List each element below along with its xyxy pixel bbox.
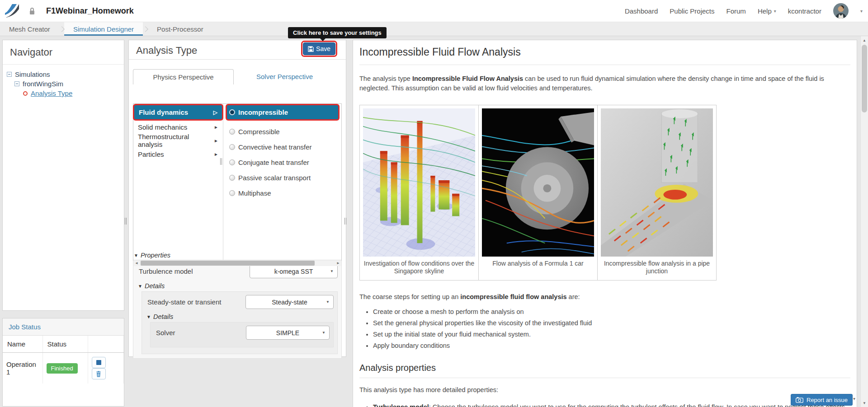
radio-selected-icon[interactable]	[229, 109, 235, 115]
analysis-type-list: Incompressible Compressible Convective h…	[223, 104, 341, 266]
scrollbar-thumb[interactable]	[862, 45, 867, 112]
camera-icon	[796, 397, 803, 403]
doc-intro: The analysis type Incompressible Fluid F…	[359, 74, 850, 93]
pipe-junction-cfd-image	[601, 108, 713, 257]
details-header[interactable]: ▼ Details	[146, 313, 334, 320]
delete-job-button[interactable]	[92, 368, 106, 379]
list-item: Create or choose a mesh to perform the a…	[373, 308, 850, 315]
scroll-up-arrow-icon[interactable]: ▲	[861, 37, 868, 44]
tab-post-processor[interactable]: Post-Processor	[148, 22, 212, 36]
tab-separator-icon	[142, 26, 148, 32]
column-resize-handle[interactable]	[220, 158, 222, 165]
radio-icon[interactable]	[229, 175, 235, 181]
properties-header[interactable]: ▼ Properties	[134, 252, 342, 259]
turbulence-model-select[interactable]: k-omega SST ▼	[250, 264, 338, 278]
option-incompressible[interactable]: Incompressible	[227, 105, 338, 119]
details-box: Steady-state or transient Steady-state ▼…	[142, 291, 338, 354]
column-header-status: Status	[42, 336, 88, 353]
analysis-properties-heading: Analysis properties	[359, 363, 850, 378]
gallery-caption: Flow analysis of a Formula 1 car	[479, 257, 597, 272]
report-issue-button[interactable]: Report an issue	[791, 394, 853, 406]
vertical-scrollbar[interactable]: ▲ ▼	[860, 36, 868, 407]
top-nav: Dashboard Public Projects Forum Help ▾ k…	[625, 3, 863, 19]
scroll-left-arrow-icon[interactable]: ◄	[133, 260, 140, 266]
category-thermostructural[interactable]: Thermostructural analysis ►	[133, 134, 223, 147]
scrollbar-thumb[interactable]	[141, 261, 315, 266]
top-bar: F1Webinar_Homework Dashboard Public Proj…	[0, 0, 868, 22]
job-name: Operation 1	[3, 353, 42, 384]
scroll-down-arrow-icon[interactable]: ▼	[861, 399, 868, 407]
skyline-cfd-image	[363, 108, 475, 257]
analysis-type-panel: Analysis Type Save Physics Perspective S…	[128, 40, 346, 357]
report-issue-caret-icon[interactable]: ▾	[853, 396, 855, 401]
option-convective-heat-transfer[interactable]: Convective heat transfer	[227, 139, 338, 154]
radio-icon[interactable]	[229, 190, 235, 196]
tree-item-simulations[interactable]: Simulations	[7, 70, 120, 79]
nav-help[interactable]: Help ▾	[758, 7, 776, 15]
f1-cfd-image	[482, 108, 594, 257]
solver-label: Solver	[154, 329, 175, 337]
documentation-panel: Incompressible Fluid Flow Analysis The a…	[353, 40, 857, 407]
panel-resize-handle[interactable]	[125, 218, 127, 225]
save-tooltip: Click here to save your settings	[288, 27, 387, 38]
steady-state-select[interactable]: Steady-state ▼	[245, 295, 334, 309]
category-fluid-dynamics[interactable]: Fluid dynamics ▷	[134, 105, 222, 119]
avatar-caret-icon[interactable]: ▾	[860, 9, 863, 14]
nav-username[interactable]: kcontractor	[788, 7, 821, 15]
solver-select[interactable]: SIMPLE ▼	[246, 326, 330, 340]
tab-simulation-designer[interactable]: Simulation Designer	[64, 22, 143, 36]
option-multiphase[interactable]: Multiphase	[227, 185, 338, 201]
stop-icon	[96, 360, 101, 365]
column-header-actions	[88, 336, 124, 353]
collapse-triangle-icon: ▼	[138, 284, 142, 289]
expand-arrow-icon: ►	[214, 125, 218, 130]
horizontal-scrollbar[interactable]: ◄ ►	[133, 260, 341, 266]
tab-mesh-creator[interactable]: Mesh Creator	[0, 22, 59, 36]
collapse-icon[interactable]	[14, 81, 19, 86]
help-caret-icon: ▾	[774, 9, 776, 14]
panel-resize-handle[interactable]	[344, 218, 346, 225]
analysis-properties-list: Turbulence model: Choose the turbulence …	[373, 402, 850, 407]
nav-forum[interactable]: Forum	[726, 7, 746, 15]
lock-icon	[29, 7, 35, 15]
steady-state-label: Steady-state or transient	[146, 298, 221, 306]
properties-box: Turbulence model k-omega SST ▼ ▼ Details…	[133, 261, 342, 359]
save-button[interactable]: Save	[303, 42, 335, 55]
category-solid-mechanics[interactable]: Solid mechanics ►	[133, 120, 223, 134]
gallery-caption: Investigation of flow conditions over th…	[360, 257, 478, 280]
save-icon	[308, 46, 314, 52]
workflow-tab-bar: Mesh Creator Simulation Designer Post-Pr…	[0, 22, 868, 36]
turbulence-model-label: Turbulence model	[137, 267, 193, 275]
gallery-item-f1-car: Flow analysis of a Formula 1 car	[478, 105, 598, 281]
radio-icon[interactable]	[229, 129, 235, 135]
user-avatar[interactable]	[833, 3, 849, 19]
analysis-selection-box: Fluid dynamics ▷ Solid mechanics ► Therm…	[133, 103, 342, 267]
collapse-triangle-icon: ▼	[134, 253, 138, 258]
list-item: Set up the initial state of your fluid m…	[373, 331, 850, 338]
radio-icon[interactable]	[229, 159, 235, 165]
column-header-name: Name	[3, 336, 42, 353]
option-compressible[interactable]: Compressible	[227, 124, 338, 139]
nav-dashboard[interactable]: Dashboard	[625, 7, 658, 15]
stop-job-button[interactable]	[92, 357, 106, 368]
property-bullet: Turbulence model: Choose the turbulence …	[373, 402, 850, 407]
radio-icon[interactable]	[229, 144, 235, 150]
scroll-right-arrow-icon[interactable]: ►	[335, 260, 341, 266]
tab-physics-perspective[interactable]: Physics Perspective	[133, 69, 234, 84]
nav-public-projects[interactable]: Public Projects	[670, 7, 714, 15]
table-row: Operation 1 Finished	[3, 353, 124, 384]
details-header[interactable]: ▼ Details	[138, 282, 338, 290]
tree-item-frontwingsim[interactable]: frontWingSim	[14, 79, 120, 89]
gallery-item-pipe-junction: Incompressible flow analysis in a pipe j…	[597, 105, 717, 281]
collapse-icon[interactable]	[7, 72, 12, 77]
navigator-title: Navigator	[3, 40, 124, 65]
job-status-table: Name Status Operation 1 Finished	[3, 336, 124, 384]
category-particles[interactable]: Particles ►	[133, 147, 223, 161]
job-status-title: Job Status	[3, 318, 124, 336]
option-conjugate-heat-transfer[interactable]: Conjugate heat transfer	[227, 154, 338, 170]
tree-item-analysis-type[interactable]: Analysis Type	[23, 89, 120, 98]
option-passive-scalar-transport[interactable]: Passive scalar transport	[227, 170, 338, 185]
navigator-panel: Navigator Simulations frontWingSim Analy…	[2, 40, 124, 311]
gallery-item-skyline: Investigation of flow conditions over th…	[359, 105, 479, 281]
tab-solver-perspective[interactable]: Solver Perspective	[234, 69, 335, 84]
